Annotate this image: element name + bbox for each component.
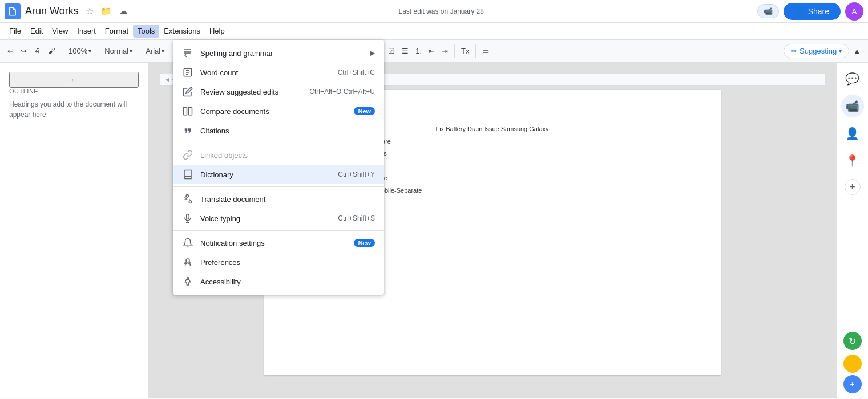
star-button[interactable]: ☆: [83, 3, 96, 19]
review-edits-shortcut: Ctrl+Alt+O Ctrl+Alt+U: [309, 88, 375, 96]
menu-edit[interactable]: Edit: [26, 25, 47, 38]
checklist-button[interactable]: ☑: [385, 44, 398, 58]
maps-sidebar-button[interactable]: 📍: [841, 149, 864, 172]
undo-button[interactable]: ↩: [5, 44, 17, 58]
accessibility-icon: [182, 276, 193, 287]
menu-view[interactable]: View: [47, 25, 72, 38]
notification-settings-new-badge: New: [354, 239, 375, 247]
menu-bar: File Edit View Insert Format Tools Exten…: [0, 23, 868, 40]
svg-point-4: [189, 201, 192, 203]
user-status-icon[interactable]: +: [843, 375, 862, 393]
sync-status-icon[interactable]: ↻: [843, 332, 862, 350]
dictionary-shortcut: Ctrl+Shift+Y: [338, 170, 375, 178]
review-edits-label: Review suggested edits: [200, 88, 309, 96]
linked-objects-icon: [182, 149, 193, 161]
svg-rect-5: [187, 214, 189, 219]
accessibility-label: Accessibility: [200, 278, 375, 286]
menu-item-accessibility[interactable]: Accessibility: [173, 272, 384, 291]
collapse-toolbar-button[interactable]: ▲: [850, 44, 863, 58]
font-chevron-icon: ▾: [162, 48, 164, 54]
add-icon: +: [849, 181, 855, 193]
style-dropdown[interactable]: Normal ▾: [102, 45, 135, 57]
contacts-sidebar-button[interactable]: 👤: [841, 122, 864, 145]
menu-item-spelling[interactable]: Spelling and grammar ▶: [173, 43, 384, 63]
user-status-letter: +: [850, 380, 854, 389]
svg-point-3: [186, 195, 189, 198]
font-dropdown[interactable]: Arial ▾: [143, 45, 167, 57]
menu-item-translate[interactable]: Translate document: [173, 189, 384, 209]
menu-item-preferences[interactable]: Preferences: [173, 253, 384, 272]
share-button[interactable]: 👤 Share: [784, 3, 841, 20]
title-bar: Arun Works ☆ 📁 ☁ Last edit was on Januar…: [0, 0, 868, 23]
sync-icon: ↻: [849, 336, 856, 347]
title-right: 📹 👤 Share A: [757, 2, 863, 21]
add-sidebar-button[interactable]: +: [845, 179, 861, 195]
notification-settings-label: Notification settings: [200, 239, 349, 247]
spelling-icon: [182, 47, 193, 59]
indent-decrease-button[interactable]: ⇤: [426, 44, 438, 58]
right-sidebar: 💬 📹 👤 📍 + ↻ +: [836, 63, 868, 398]
menu-item-citations[interactable]: Citations: [173, 121, 384, 140]
menu-help[interactable]: Help: [205, 25, 229, 38]
menu-item-voice-typing[interactable]: Voice typing Ctrl+Shift+S: [173, 209, 384, 228]
chat-sidebar-button[interactable]: 💬: [841, 67, 864, 90]
bullet-list-button[interactable]: ☰: [399, 44, 411, 58]
toolbar-sep-10: [475, 44, 476, 58]
toolbar-sep-4: [171, 44, 171, 58]
zoom-dropdown[interactable]: 100% ▾: [66, 45, 94, 57]
menu-item-linked-objects: Linked objects: [173, 145, 384, 165]
notification-settings-icon: [182, 237, 193, 249]
menu-item-notification-settings[interactable]: Notification settings New: [173, 233, 384, 253]
outline-back-button[interactable]: ←: [9, 72, 139, 88]
paint-format-button[interactable]: 🖌: [45, 44, 58, 58]
menu-divider-2: [173, 186, 384, 187]
maps-icon: 📍: [845, 154, 859, 168]
menu-item-word-count[interactable]: Word count Ctrl+Shift+C: [173, 63, 384, 82]
avatar[interactable]: A: [845, 2, 863, 21]
svg-point-8: [185, 263, 187, 264]
svg-point-6: [186, 259, 189, 262]
cloud-save-button[interactable]: ☁: [116, 3, 130, 19]
menu-item-compare[interactable]: Compare documents New: [173, 101, 384, 121]
menu-tools[interactable]: Tools: [133, 25, 159, 38]
translate-icon: [182, 193, 193, 205]
citations-icon: [182, 125, 193, 136]
title-actions: ☆ 📁 ☁: [83, 3, 130, 19]
meet-sidebar-button[interactable]: 📹: [841, 95, 864, 117]
tools-dropdown-menu: Spelling and grammar ▶ Word count Ctrl+S…: [173, 40, 384, 295]
menu-item-review-edits[interactable]: Review suggested edits Ctrl+Alt+O Ctrl+A…: [173, 82, 384, 101]
compare-label: Compare documents: [200, 107, 349, 116]
menu-insert[interactable]: Insert: [72, 25, 100, 38]
indent-increase-button[interactable]: ⇥: [439, 44, 451, 58]
menu-item-dictionary[interactable]: Dictionary Ctrl+Shift+Y: [173, 165, 384, 184]
svg-rect-2: [189, 107, 192, 115]
citations-label: Citations: [200, 127, 375, 135]
suggest-label: Suggesting: [800, 47, 837, 55]
chat-icon: 💬: [845, 72, 859, 85]
video-icon: 📹: [764, 7, 773, 15]
numbered-list-button[interactable]: 1.: [413, 44, 425, 58]
toolbar-sep-2: [98, 44, 98, 58]
redo-button[interactable]: ↪: [18, 44, 30, 58]
menu-extensions[interactable]: Extensions: [159, 25, 205, 38]
video-call-button[interactable]: 📹: [757, 4, 779, 18]
suggesting-button[interactable]: ✏ Suggesting ▾: [784, 44, 849, 58]
svg-rect-1: [184, 107, 187, 115]
word-count-label: Word count: [200, 68, 338, 77]
outline-empty-text: Headings you add to the document will ap…: [9, 99, 139, 120]
menu-format[interactable]: Format: [100, 25, 133, 38]
insert-border-button[interactable]: ▭: [479, 44, 492, 58]
toolbar-sep-9: [454, 44, 455, 58]
compare-new-badge: New: [354, 107, 375, 115]
voice-typing-icon: [182, 213, 193, 224]
print-button[interactable]: 🖨: [31, 44, 44, 58]
move-to-folder-button[interactable]: 📁: [98, 3, 114, 19]
spelling-arrow-icon: ▶: [370, 49, 375, 57]
doc-icon: [5, 3, 21, 19]
clear-format-button[interactable]: Tx: [458, 44, 472, 58]
voice-typing-shortcut: Ctrl+Shift+S: [338, 214, 375, 222]
dictionary-label: Dictionary: [200, 170, 338, 179]
meet-icon: 📹: [845, 99, 859, 113]
word-count-shortcut: Ctrl+Shift+C: [338, 68, 375, 76]
menu-file[interactable]: File: [5, 25, 26, 38]
